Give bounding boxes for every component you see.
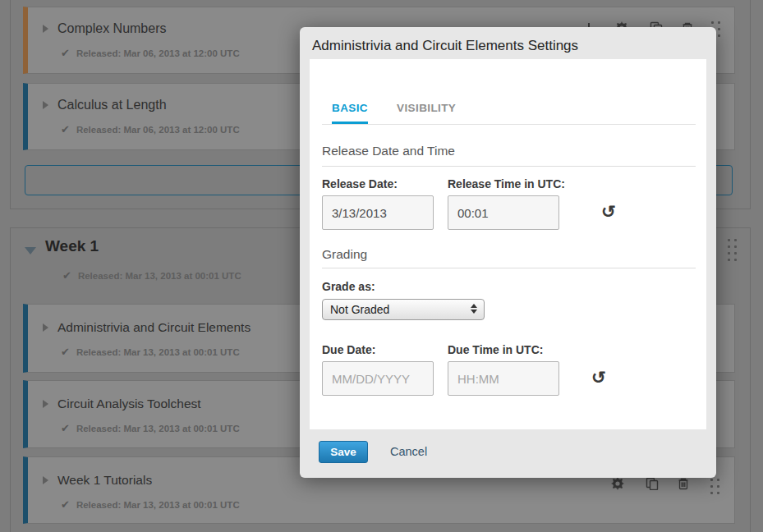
due-date-input[interactable] [322, 361, 434, 396]
divider [322, 166, 696, 167]
grade-as-label: Grade as: [322, 280, 375, 293]
subsection-title: Week 1 Tutorials [57, 473, 152, 488]
reset-release-icon[interactable]: ↺ [601, 203, 616, 220]
grade-as-select[interactable]: Not Graded [322, 299, 485, 320]
drag-handle-icon[interactable] [710, 479, 719, 494]
due-date-label: Due Date: [322, 343, 375, 356]
released-check-icon: ✔ [61, 422, 70, 434]
grading-section-heading: Grading [322, 247, 367, 262]
select-caret-icon [471, 304, 477, 314]
release-section-heading: Release Date and Time [322, 144, 455, 158]
week1-section-title: Week 1 [45, 237, 99, 255]
subsection-title: Administrivia and Circuit Elements [57, 320, 251, 335]
released-text: Released: Mar 13, 2013 at 00:01 UTC [76, 500, 240, 510]
divider [322, 268, 696, 268]
expand-arrow-icon[interactable] [43, 400, 48, 408]
released-check-icon: ✔ [61, 346, 70, 358]
released-check-icon: ✔ [61, 47, 70, 59]
released-text: Released: Mar 06, 2013 at 12:00 UTC [76, 125, 240, 135]
course-outline-page: Complex Numbers ✔ Released: Mar 06, 2013… [0, 0, 763, 532]
subsection-settings-modal: Administrivia and Circuit Elements Setti… [300, 27, 716, 478]
collapse-arrow-icon[interactable] [25, 247, 36, 255]
release-date-label: Release Date: [322, 177, 398, 190]
drag-handle-icon[interactable] [728, 239, 737, 261]
release-time-input[interactable] [448, 195, 559, 230]
released-text: Released: Mar 13, 2013 at 00:01 UTC [78, 271, 241, 281]
modal-title: Administrivia and Circuit Elements Setti… [312, 38, 578, 54]
tab-visibility[interactable]: VISIBILITY [397, 102, 456, 114]
tab-divider [322, 124, 696, 125]
expand-arrow-icon[interactable] [43, 323, 48, 332]
section-title: Complex Numbers [57, 21, 166, 36]
tab-basic[interactable]: BASIC [332, 102, 368, 114]
section-title: Calculus at Length [57, 98, 167, 112]
due-time-input[interactable] [448, 361, 559, 396]
release-time-label: Release Time in UTC: [448, 177, 565, 190]
reset-due-icon[interactable]: ↺ [591, 369, 606, 386]
duplicate-icon[interactable] [646, 477, 659, 490]
gear-icon[interactable] [611, 477, 624, 490]
release-date-input[interactable] [322, 195, 434, 230]
subsection-title: Circuit Analysis Toolchest [57, 397, 201, 411]
released-text: Released: Mar 13, 2013 at 00:01 UTC [76, 347, 240, 357]
modal-body: BASIC VISIBILITY Release Date and Time R… [310, 59, 706, 429]
released-text: Released: Mar 13, 2013 at 00:01 UTC [76, 424, 240, 433]
expand-arrow-icon[interactable] [43, 476, 48, 484]
delete-icon[interactable] [677, 477, 690, 490]
released-text: Released: Mar 06, 2013 at 12:00 UTC [76, 48, 240, 58]
expand-arrow-icon[interactable] [43, 25, 48, 33]
released-check-icon: ✔ [61, 123, 70, 135]
released-check-icon: ✔ [62, 269, 71, 282]
cancel-link[interactable]: Cancel [390, 445, 427, 458]
expand-arrow-icon[interactable] [43, 101, 48, 109]
due-time-label: Due Time in UTC: [448, 343, 543, 356]
grade-as-value: Not Graded [330, 303, 389, 316]
save-button[interactable]: Save [319, 441, 368, 463]
released-check-icon: ✔ [61, 498, 70, 511]
